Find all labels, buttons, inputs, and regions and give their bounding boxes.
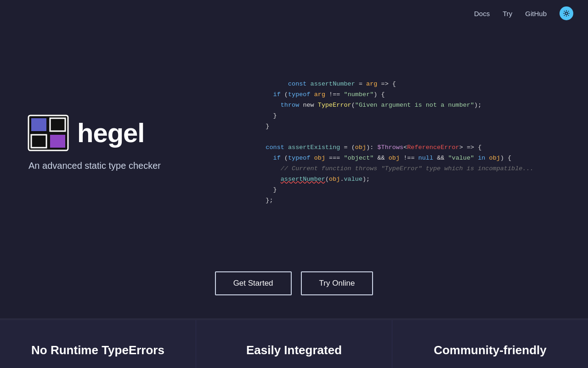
feature-community-friendly: Community-friendly Hegel is developed by… bbox=[392, 320, 588, 368]
docs-link[interactable]: Docs bbox=[474, 10, 490, 17]
feature-title-1: Easily Integrated bbox=[219, 343, 369, 357]
get-started-button[interactable]: Get Started bbox=[215, 271, 292, 295]
hero-section: hegel An advanced static type checker co… bbox=[0, 0, 588, 258]
navbar: Docs Try GitHub bbox=[0, 0, 588, 27]
svg-line-5 bbox=[564, 11, 565, 12]
logo-text: hegel bbox=[77, 117, 145, 148]
logo-icon bbox=[28, 115, 69, 151]
hero-buttons: Get Started Try Online bbox=[0, 258, 588, 318]
feature-no-runtime-errors: No Runtime TypeErrors Hegel attempts to … bbox=[0, 320, 196, 368]
code-block: const assertNumber = arg => { if (typeof… bbox=[266, 69, 533, 216]
svg-point-0 bbox=[565, 12, 567, 14]
sun-icon bbox=[563, 10, 570, 17]
hero-tagline: An advanced static type checker bbox=[28, 161, 202, 171]
feature-title-2: Community-friendly bbox=[415, 343, 565, 357]
feature-title-0: No Runtime TypeErrors bbox=[23, 343, 173, 357]
svg-line-6 bbox=[568, 15, 569, 16]
theme-toggle-button[interactable] bbox=[560, 6, 573, 20]
svg-rect-10 bbox=[31, 118, 46, 131]
logo-wrap: hegel bbox=[28, 115, 202, 151]
svg-line-7 bbox=[564, 15, 565, 16]
svg-line-8 bbox=[568, 11, 569, 12]
hero-right: const assertNumber = arg => { if (typeof… bbox=[220, 50, 588, 235]
try-online-button[interactable]: Try Online bbox=[301, 271, 373, 295]
github-link[interactable]: GitHub bbox=[525, 10, 547, 17]
nav-links: Docs Try GitHub bbox=[474, 6, 573, 20]
features-section: No Runtime TypeErrors Hegel attempts to … bbox=[0, 320, 588, 368]
svg-rect-13 bbox=[50, 135, 65, 148]
feature-easily-integrated: Easily Integrated Hegel is only JavaScri… bbox=[196, 320, 392, 368]
hero-left: hegel An advanced static type checker bbox=[0, 87, 220, 199]
try-link[interactable]: Try bbox=[503, 10, 512, 17]
